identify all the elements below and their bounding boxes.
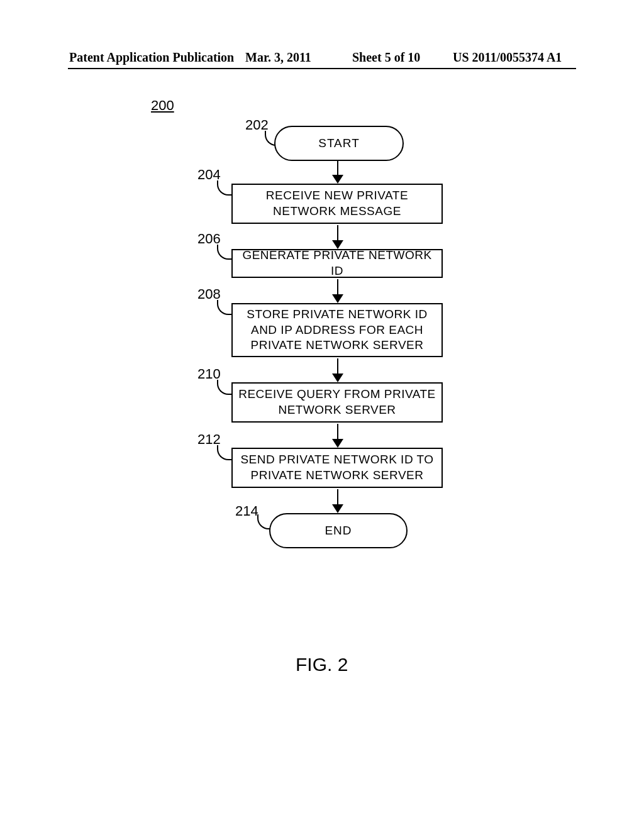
header-pub-number: US 2011/0055374 A1 (453, 50, 562, 65)
process-store-private-network-id: STORE PRIVATE NETWORK ID AND IP ADDRESS … (231, 303, 443, 357)
process-label: STORE PRIVATE NETWORK ID AND IP ADDRESS … (236, 307, 438, 353)
patent-page: Patent Application Publication Mar. 3, 2… (0, 0, 644, 830)
header-rule (68, 68, 576, 69)
arrowhead-icon (332, 439, 343, 448)
process-generate-private-network-id: GENERATE PRIVATE NETWORK ID (231, 249, 443, 278)
terminator-end-label: END (325, 524, 352, 538)
process-label: SEND PRIVATE NETWORK ID TO PRIVATE NETWO… (236, 452, 438, 483)
flow-arrow (337, 424, 338, 440)
callout-hook-icon (217, 180, 232, 196)
process-send-private-network-id: SEND PRIVATE NETWORK ID TO PRIVATE NETWO… (231, 448, 443, 488)
flow-arrow (337, 489, 338, 506)
process-label: RECEIVE QUERY FROM PRIVATE NETWORK SERVE… (236, 387, 438, 418)
figure-caption: FIG. 2 (296, 654, 348, 675)
terminator-end: END (269, 513, 408, 548)
terminator-start: START (274, 126, 404, 161)
callout-hook-icon (217, 380, 232, 395)
arrowhead-icon (332, 504, 343, 513)
flow-arrow (337, 358, 338, 375)
flow-arrow (337, 160, 338, 176)
arrowhead-icon (332, 374, 343, 382)
flow-overall-ref: 200 (151, 97, 174, 114)
terminator-start-label: START (318, 136, 360, 150)
process-receive-new-private-network-message: RECEIVE NEW PRIVATE NETWORK MESSAGE (231, 184, 443, 224)
process-label: GENERATE PRIVATE NETWORK ID (236, 248, 438, 279)
callout-hook-icon (217, 445, 232, 460)
process-label: RECEIVE NEW PRIVATE NETWORK MESSAGE (236, 188, 438, 219)
header-sheet: Sheet 5 of 10 (352, 50, 420, 65)
callout-hook-icon (217, 245, 232, 260)
header-date: Mar. 3, 2011 (245, 50, 311, 65)
callout-hook-icon (217, 300, 232, 315)
flow-arrow (337, 225, 338, 241)
header-publication: Patent Application Publication (69, 50, 234, 65)
flow-arrow (337, 279, 338, 296)
process-receive-query: RECEIVE QUERY FROM PRIVATE NETWORK SERVE… (231, 382, 443, 423)
arrowhead-icon (332, 294, 343, 303)
arrowhead-icon (332, 175, 343, 184)
node-ref-214: 214 (235, 503, 258, 519)
